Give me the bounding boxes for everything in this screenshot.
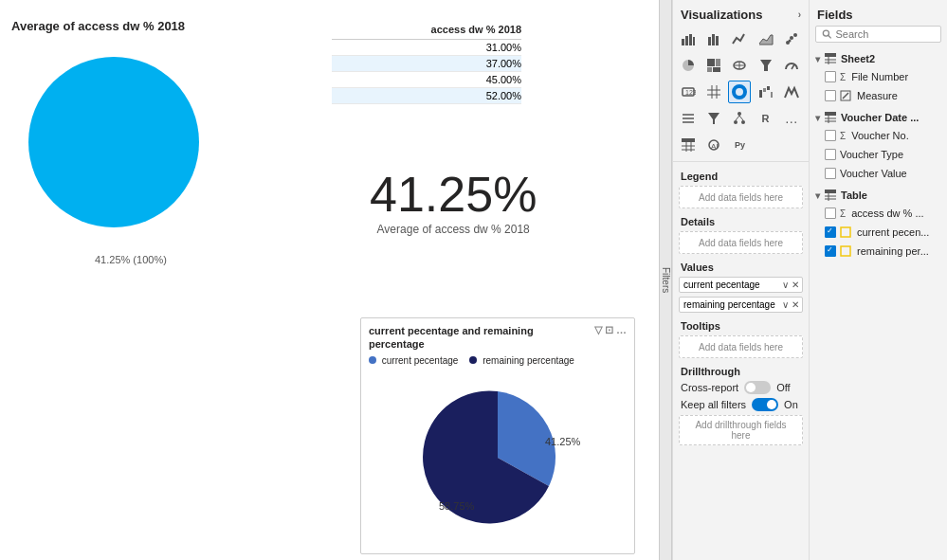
viz-values-dropdown-1[interactable]: current pecentage ∨ ✕	[679, 277, 803, 293]
collapse-arrow-sheet2: ▾	[815, 54, 820, 64]
viz-details-add[interactable]: Add data fields here	[679, 231, 803, 254]
viz-icon-py[interactable]: Py	[728, 134, 751, 156]
fields-item-label: Voucher Type	[840, 149, 903, 160]
fields-item-label: File Number	[851, 71, 908, 82]
fields-item-remaining-pct[interactable]: remaining per...	[810, 242, 947, 261]
small-pie-container[interactable]: current pecentage and remaining percenta…	[360, 317, 635, 554]
viz-icon-pie[interactable]	[677, 54, 700, 77]
viz-icon-treemap[interactable]	[702, 54, 725, 77]
table-icon-tbl	[824, 189, 837, 202]
fields-group-header-table[interactable]: ▾ Table	[810, 187, 947, 204]
fields-item-voucher-no[interactable]: Σ Voucher No.	[810, 126, 947, 145]
svg-line-55	[843, 93, 848, 99]
viz-icon-donut[interactable]	[728, 81, 751, 103]
svg-rect-60	[825, 190, 836, 193]
viz-icon-scatter[interactable]	[780, 27, 803, 50]
viz-icon-filter2[interactable]	[702, 107, 725, 130]
svg-text:AI: AI	[711, 142, 719, 151]
dropdown-close-2[interactable]: ✕	[792, 299, 799, 310]
checkbox-voucher-value	[825, 168, 836, 179]
table-icon-sheet2	[824, 52, 837, 65]
svg-rect-15	[713, 67, 720, 72]
big-percentage-value: 41.25%	[370, 166, 537, 223]
viz-legend-add[interactable]: Add data fields here	[679, 186, 803, 208]
svg-line-38	[739, 116, 743, 120]
table-container: access dw % 2018 31.00% 37.00% 45.00% 52…	[332, 24, 521, 104]
svg-rect-12	[707, 59, 715, 66]
fields-item-voucher-value[interactable]: Voucher Value	[810, 164, 947, 183]
dropdown-icons-1: ∨ ✕	[782, 280, 798, 290]
fields-search-box[interactable]	[815, 26, 941, 43]
fields-item-current-pct[interactable]: current pecen...	[810, 223, 947, 242]
fields-item-label: access dw % ...	[851, 208, 923, 219]
viz-icon-decomp[interactable]	[728, 107, 751, 130]
svg-rect-41	[682, 138, 695, 142]
checkbox-current-pct	[825, 226, 836, 238]
viz-icon-matrix[interactable]	[702, 81, 725, 103]
viz-icons-row-5: AI Py	[673, 132, 809, 158]
filters-bar[interactable]: Filters	[659, 0, 672, 560]
viz-icon-bar[interactable]	[677, 27, 700, 50]
svg-point-11	[788, 40, 791, 43]
viz-keep-filters-value: On	[784, 399, 798, 410]
fields-search-input[interactable]	[836, 28, 935, 40]
svg-rect-30	[767, 86, 770, 90]
viz-icon-map[interactable]	[728, 54, 751, 77]
viz-icon-table[interactable]	[677, 134, 700, 156]
fields-group-header-voucher[interactable]: ▾ Voucher Date ...	[810, 109, 947, 126]
svg-rect-14	[707, 67, 712, 72]
filter-icon[interactable]: ▽	[594, 324, 602, 336]
fields-item-access-dw[interactable]: Σ access dw % ...	[810, 204, 947, 223]
svg-rect-56	[825, 112, 836, 116]
checkbox-file-number	[825, 71, 836, 82]
small-pie-icons: ▽ ⊡ …	[594, 324, 627, 336]
more-icon[interactable]: …	[616, 324, 627, 336]
fields-item-file-number[interactable]: Σ File Number	[810, 67, 947, 86]
expand-icon[interactable]: ⊡	[605, 324, 613, 336]
viz-keep-filters-toggle[interactable]	[752, 398, 778, 411]
viz-legend-label: Legend	[673, 165, 809, 184]
main-canvas: Average of access dw % 2018 41.25% (100%…	[0, 0, 659, 560]
viz-icon-line[interactable]	[728, 27, 751, 50]
viz-icon-R[interactable]: R	[755, 107, 777, 130]
viz-icon-waterfall[interactable]	[755, 81, 777, 103]
viz-icon-funnel[interactable]	[755, 54, 777, 77]
viz-icon-ribbon[interactable]	[780, 81, 803, 103]
fields-item-label: Voucher Value	[840, 168, 907, 179]
sigma-icon-2: Σ	[840, 131, 846, 141]
small-pie-legend: current pecentage remaining percentage	[361, 353, 634, 368]
viz-cross-report-toggle[interactable]	[744, 381, 771, 394]
viz-icon-column[interactable]	[702, 27, 725, 50]
viz-icon-slicer[interactable]	[677, 107, 700, 130]
dropdown-chevron-1[interactable]: ∨	[782, 280, 790, 290]
viz-cross-report-row: Cross-report Off	[673, 379, 809, 396]
viz-drillthrough-add[interactable]: Add drillthrough fields here	[679, 415, 803, 445]
svg-point-36	[738, 112, 741, 116]
viz-icon-card[interactable]: 123	[677, 81, 700, 103]
viz-icon-more[interactable]: …	[780, 107, 803, 130]
viz-values-dropdown-2[interactable]: remaining percentage ∨ ✕	[679, 297, 803, 313]
divider-1	[673, 161, 809, 162]
viz-icon-ai[interactable]: AI	[702, 134, 725, 156]
measure-icon-2	[840, 226, 851, 238]
viz-icon-gauge[interactable]	[780, 54, 803, 77]
svg-rect-50	[825, 53, 836, 57]
viz-values-label: Values	[673, 256, 809, 275]
fields-item-label: Voucher No.	[851, 130, 909, 141]
pie-label: 41.25% (100%)	[95, 254, 167, 265]
svg-rect-6	[712, 34, 715, 45]
viz-keep-filters-label: Keep all filters	[681, 399, 746, 410]
fields-item-measure[interactable]: Measure	[810, 86, 947, 105]
small-pie-header: current pecentage and remaining percenta…	[361, 318, 634, 353]
visualizations-panel: Visualizations › 123 R … AI Py Legend	[672, 0, 810, 560]
pie-pct-label-58: 58.75%	[439, 500, 475, 512]
viz-tooltips-add[interactable]: Add data fields here	[679, 335, 803, 358]
svg-rect-1	[682, 39, 684, 45]
dropdown-chevron-2[interactable]: ∨	[782, 299, 790, 310]
dropdown-close-1[interactable]: ✕	[792, 280, 799, 290]
viz-expand-arrow[interactable]: ›	[798, 9, 801, 20]
viz-icon-area[interactable]	[755, 27, 777, 50]
fields-group-header-sheet2[interactable]: ▾ Sheet2	[810, 50, 947, 67]
fields-item-voucher-type[interactable]: Voucher Type	[810, 145, 947, 164]
dropdown-icons-2: ∨ ✕	[782, 299, 798, 310]
